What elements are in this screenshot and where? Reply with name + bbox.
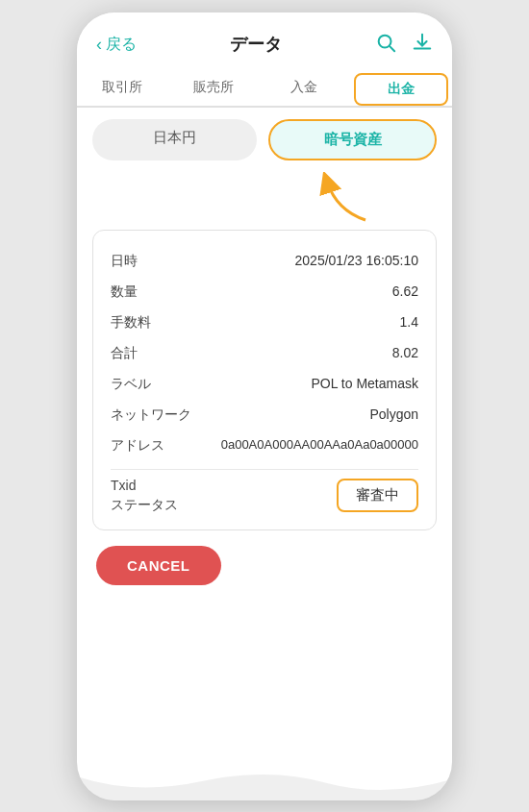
status-badge: 審査中 — [337, 479, 418, 512]
header-icons — [375, 32, 433, 58]
value-label: POL to Metamask — [311, 376, 418, 391]
detail-row-datetime: 日時 2025/01/23 16:05:10 — [111, 246, 418, 277]
label-address: アドレス — [111, 437, 164, 455]
tab-withdrawal[interactable]: 出金 — [354, 73, 449, 106]
txid-status-section: Txid ステータス 審査中 — [111, 478, 418, 514]
page-title: データ — [230, 33, 282, 56]
detail-row-fee: 手数料 1.4 — [111, 308, 418, 338]
back-button[interactable]: ‹ 戻る — [96, 35, 137, 55]
detail-row-address: アドレス 0a00A0A000AA00AAa0Aa0a00000 — [111, 431, 418, 461]
detail-card: 日時 2025/01/23 16:05:10 数量 6.62 手数料 1.4 合… — [92, 230, 437, 530]
back-chevron-icon: ‹ — [96, 35, 102, 55]
search-icon[interactable] — [375, 32, 396, 58]
txid-label: Txid — [111, 478, 178, 493]
value-network: Polygon — [369, 406, 418, 422]
sub-tabs: 日本円 暗号資産 — [77, 108, 452, 172]
label-total: 合計 — [111, 345, 138, 362]
detail-row-total: 合計 8.02 — [111, 338, 418, 369]
value-datetime: 2025/01/23 16:05:10 — [295, 253, 418, 268]
back-label: 戻る — [106, 35, 137, 55]
label-network: ネットワーク — [111, 406, 191, 424]
value-total: 8.02 — [392, 345, 418, 360]
svg-line-1 — [390, 46, 394, 51]
arrow-annotation — [77, 172, 452, 230]
value-amount: 6.62 — [392, 283, 418, 299]
tab-exchange[interactable]: 取引所 — [77, 69, 168, 106]
value-fee: 1.4 — [400, 314, 418, 330]
label-fee: 手数料 — [111, 314, 151, 332]
tab-deposit[interactable]: 入金 — [259, 69, 350, 106]
tab-dealer[interactable]: 販売所 — [168, 69, 260, 106]
sub-tab-jpy[interactable]: 日本円 — [92, 119, 257, 160]
cancel-button[interactable]: CANCEL — [96, 546, 221, 585]
cancel-area: CANCEL — [77, 530, 452, 601]
detail-divider — [111, 469, 418, 470]
arrow-icon — [308, 172, 385, 225]
label-label: ラベル — [111, 376, 151, 393]
download-icon[interactable] — [412, 32, 433, 58]
header: ‹ 戻る データ — [77, 12, 452, 69]
status-label: ステータス — [111, 497, 178, 514]
label-amount: 数量 — [111, 283, 138, 301]
txid-block: Txid ステータス — [111, 478, 178, 514]
detail-row-network: ネットワーク Polygon — [111, 400, 418, 431]
sub-tab-crypto[interactable]: 暗号資産 — [268, 119, 437, 160]
main-tabs: 取引所 販売所 入金 出金 — [77, 69, 452, 108]
phone-container: ‹ 戻る データ 取引所 販売所 — [77, 12, 452, 800]
detail-row-label-field: ラベル POL to Metamask — [111, 369, 418, 400]
label-datetime: 日時 — [111, 253, 138, 270]
bottom-wave — [77, 762, 452, 800]
detail-row-amount: 数量 6.62 — [111, 277, 418, 308]
value-address: 0a00A0A000AA00AAa0Aa0a00000 — [221, 437, 418, 452]
